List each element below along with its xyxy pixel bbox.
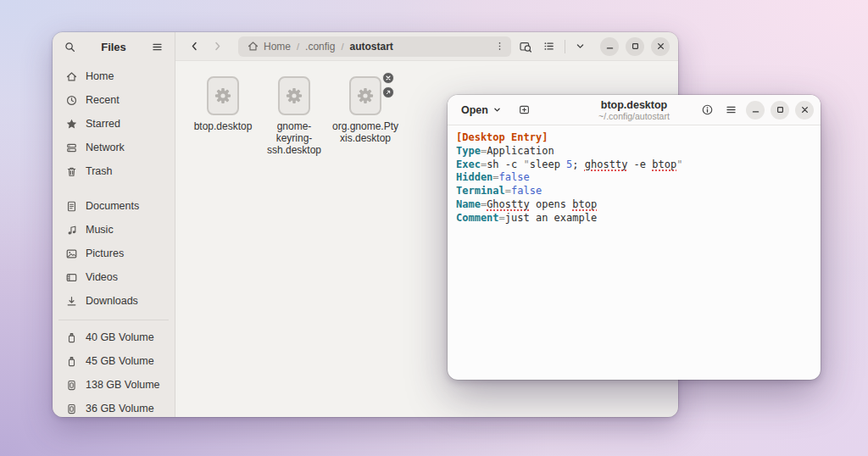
forward-button[interactable] <box>209 37 226 55</box>
sidebar-item-36-gb-volume[interactable]: 36 GB Volume <box>58 397 169 417</box>
download-icon <box>65 295 78 308</box>
open-button[interactable]: Open <box>454 100 509 120</box>
file-icon <box>207 76 239 115</box>
sidebar-item-138-gb-volume[interactable]: 138 GB Volume <box>58 373 169 397</box>
sidebar-item-label: 45 GB Volume <box>86 355 154 367</box>
editor-header: Open btop.desktop ~/.config/autostart <box>448 95 821 125</box>
file-icon <box>278 76 310 115</box>
minimize-button[interactable] <box>746 101 765 120</box>
sidebar-item-recent[interactable]: Recent <box>58 88 169 112</box>
code-segment: false <box>511 185 542 197</box>
maximize-button[interactable] <box>626 37 644 56</box>
sidebar-item-starred[interactable]: Starred <box>58 112 169 136</box>
file-item-gnome-keyring-ssh-desktop[interactable]: gnome-keyring-ssh.desktop <box>259 75 330 158</box>
code-segment: btop <box>572 198 597 210</box>
code-segment: " <box>676 158 682 170</box>
main-menu-button[interactable] <box>148 38 166 56</box>
search-icon <box>64 41 76 53</box>
sidebar-section: HomeRecentStarredNetworkTrash <box>58 64 169 183</box>
document-info-button[interactable] <box>698 101 716 119</box>
music-icon <box>65 224 78 236</box>
code-segment: Type <box>456 145 481 157</box>
code-segment: btop <box>652 158 676 170</box>
code-segment: false <box>499 171 530 183</box>
code-line: Exec=sh -c "sleep 5; ghostty -e btop" <box>456 158 814 172</box>
sidebar-item-label: Network <box>86 142 125 153</box>
breadcrumb-segment-autostart[interactable]: autostart <box>350 41 393 53</box>
search-button[interactable] <box>61 38 79 56</box>
drive-icon <box>65 379 78 392</box>
video-icon <box>65 271 78 284</box>
sidebar-item-home[interactable]: Home <box>58 64 169 88</box>
code-segment: Application <box>487 145 554 157</box>
path-menu-button[interactable] <box>492 38 508 54</box>
sidebar-item-trash[interactable]: Trash <box>58 159 169 183</box>
sidebar-item-label: Pictures <box>86 247 124 259</box>
editor-menu-button[interactable] <box>722 101 740 119</box>
sidebar-item-documents[interactable]: Documents <box>58 194 169 218</box>
emblem-stack <box>382 72 394 98</box>
star-icon <box>65 118 78 131</box>
file-item-btop-desktop[interactable]: btop.desktop <box>187 75 259 135</box>
file-icon <box>349 76 381 115</box>
sidebar-item-music[interactable]: Music <box>58 218 169 242</box>
breadcrumb-segment-config[interactable]: .config <box>305 41 335 53</box>
gear-icon <box>213 85 233 107</box>
close-icon <box>799 104 810 115</box>
sidebar-nav: HomeRecentStarredNetworkTrashDocumentsMu… <box>53 61 175 417</box>
code-segment: ; <box>572 158 584 170</box>
sidebar-item-videos[interactable]: Videos <box>58 265 169 289</box>
maximize-icon <box>775 104 786 115</box>
sidebar-section: 40 GB Volume45 GB Volume138 GB Volume36 … <box>58 320 169 417</box>
list-view-button[interactable] <box>540 37 558 55</box>
sidebar-item-label: Music <box>86 224 114 236</box>
sidebar-item-label: 40 GB Volume <box>86 331 154 343</box>
sidebar-item-network[interactable]: Network <box>58 136 169 159</box>
editor-text-area[interactable]: [Desktop Entry]Type=ApplicationExec=sh -… <box>448 125 821 380</box>
search-folder-button[interactable] <box>516 37 535 56</box>
files-toolbar: Home/.config/autostart <box>175 32 678 61</box>
code-segment: sh -c <box>487 158 523 170</box>
sidebar-item-45-gb-volume[interactable]: 45 GB Volume <box>58 349 169 373</box>
breadcrumb-separator: / <box>341 42 343 52</box>
maximize-button[interactable] <box>771 101 789 120</box>
minimize-button[interactable] <box>600 37 619 56</box>
file-name: org.gnome.Ptyxis.desktop <box>331 121 399 145</box>
breadcrumb-segment-home[interactable]: Home <box>247 40 291 53</box>
code-segment: opens <box>530 198 573 210</box>
view-options-button[interactable] <box>572 38 588 54</box>
breadcrumb-segments: Home/.config/autostart <box>247 40 393 53</box>
sidebar-section: DocumentsMusicPicturesVideosDownloads <box>58 194 169 313</box>
back-button[interactable] <box>186 37 203 55</box>
sidebar-item-pictures[interactable]: Pictures <box>58 242 169 265</box>
document-path: ~/.config/autostart <box>598 111 670 121</box>
chevron-down-icon <box>575 41 586 52</box>
sidebar-item-downloads[interactable]: Downloads <box>58 289 169 313</box>
home-icon <box>65 70 78 83</box>
code-line: Type=Application <box>456 145 814 158</box>
code-segment: = <box>492 171 498 183</box>
trash-icon <box>65 165 78 178</box>
breadcrumb-separator: / <box>297 42 299 52</box>
code-segment: Ghostty <box>487 198 530 210</box>
sidebar-item-label: Recent <box>86 94 120 106</box>
sidebar-item-label: Home <box>86 70 114 82</box>
code-segment: = <box>505 185 511 197</box>
close-button[interactable] <box>795 101 814 120</box>
sidebar-item-40-gb-volume[interactable]: 40 GB Volume <box>58 325 169 349</box>
files-sidebar: Files HomeRecentStarredNetworkTrashDocum… <box>53 32 175 417</box>
file-item-org-gnome-ptyxis-desktop[interactable]: org.gnome.Ptyxis.desktop <box>330 75 401 147</box>
code-segment: = <box>499 212 505 224</box>
hamburger-icon <box>151 41 164 53</box>
hamburger-icon <box>725 103 737 116</box>
close-button[interactable] <box>651 37 670 56</box>
sidebar-item-label: 138 GB Volume <box>86 379 160 391</box>
new-tab-button[interactable] <box>515 101 533 119</box>
sidebar-item-label: Videos <box>86 271 118 283</box>
code-line: Terminal=false <box>456 185 814 198</box>
code-line: Comment=just an example <box>456 212 814 225</box>
toolbar-separator <box>565 40 565 53</box>
code-segment: ghostty <box>585 158 628 170</box>
text-editor-window: Open btop.desktop ~/.config/autostart [D… <box>448 95 821 380</box>
chevron-down-icon <box>492 105 502 114</box>
